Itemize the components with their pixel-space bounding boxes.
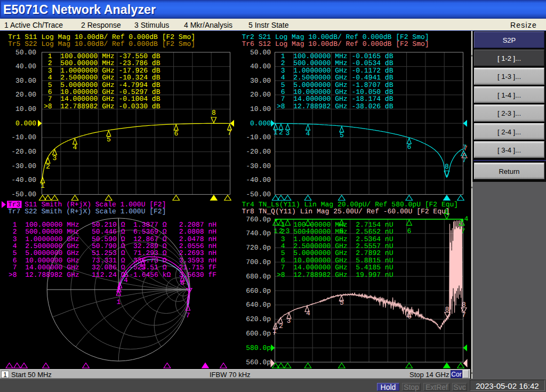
svg-text:-10.00: -10.00: [11, 133, 36, 141]
svg-text:-10.00: -10.00: [246, 133, 271, 141]
svg-text:>8 12.788982 GHz 112.24 Ω -: >8 12.788982 GHz 112.24 Ω -1.6456 kΩ 3.5…: [9, 271, 216, 279]
svg-text:20.00: 20.00: [250, 91, 271, 99]
svg-text:>8 12.788982 GHz 19.997 nU: >8 12.788982 GHz 19.997 nU: [277, 271, 393, 279]
svg-text:40.00: 40.00: [15, 62, 36, 70]
svg-text:7: 7: [462, 156, 467, 164]
svg-text:6: 6: [407, 143, 411, 151]
svg-text:3: 3: [286, 129, 290, 137]
svg-text:8: 8: [212, 109, 216, 117]
svg-text:560.0p: 560.0p: [246, 358, 271, 366]
svg-text:>8 12.788982 GHz -38.026 dB: >8 12.788982 GHz -38.026 dB: [277, 102, 394, 110]
svg-text:720.0p: 720.0p: [246, 244, 271, 252]
svg-text:20.00: 20.00: [15, 91, 36, 99]
svg-text:30.00: 30.00: [15, 77, 36, 85]
svg-text:Tr5 S22 Log Mag 10.00dB/ Ref 0: Tr5 S22 Log Mag 10.00dB/ Ref 0.000dB [F2…: [8, 40, 195, 48]
svg-text:-30.00: -30.00: [246, 162, 271, 170]
svg-text:1: 1: [274, 129, 278, 137]
svg-text:-40.00: -40.00: [246, 176, 271, 184]
svg-text:10.00: 10.00: [15, 105, 36, 113]
svg-text:1: 1: [272, 327, 277, 335]
svg-text:30.00: 30.00: [250, 77, 271, 85]
svg-text:1: 1: [116, 298, 121, 306]
svg-text:2: 2: [279, 322, 283, 330]
svg-text:4: 4: [306, 130, 310, 138]
svg-text:640.0p: 640.0p: [246, 301, 271, 309]
svg-text:6: 6: [407, 227, 411, 235]
svg-text:700.0p: 700.0p: [246, 258, 271, 266]
svg-text:740.0p: 740.0p: [246, 229, 271, 237]
svg-text:50.00: 50.00: [250, 49, 271, 57]
svg-text:0.000: 0.000: [15, 119, 36, 127]
svg-text:660.0p: 660.0p: [246, 287, 271, 295]
svg-text:-20.00: -20.00: [246, 148, 271, 156]
svg-text:5: 5: [340, 131, 344, 139]
svg-text:-50.00: -50.00: [11, 190, 36, 198]
svg-text:7: 7: [228, 129, 232, 137]
svg-text:600.0p: 600.0p: [246, 330, 271, 338]
svg-text:580.0p: 580.0p: [246, 344, 271, 352]
svg-text:-50.00: -50.00: [246, 190, 271, 198]
svg-text:Tr6 S12 Log Mag 10.00dB/ Ref 0: Tr6 S12 Log Mag 10.00dB/ Ref 0.000dB [F2…: [242, 40, 429, 48]
svg-text:8: 8: [445, 306, 449, 314]
svg-text:2: 2: [279, 129, 283, 137]
svg-text:0.000: 0.000: [250, 119, 271, 127]
svg-text:7: 7: [462, 311, 466, 319]
svg-text:4: 4: [306, 309, 310, 317]
svg-text:6: 6: [407, 313, 412, 321]
svg-text:7: 7: [463, 143, 467, 151]
svg-text:-40.00: -40.00: [11, 176, 36, 184]
svg-text:Tr7 S22 Smith (R+jX) Scale 1.0: Tr7 S22 Smith (R+jX) Scale 1.000U [F2]: [8, 207, 166, 215]
svg-text:760.0p: 760.0p: [246, 215, 271, 223]
svg-text:680.0p: 680.0p: [246, 273, 271, 281]
svg-text:3: 3: [53, 154, 57, 162]
svg-text:7: 7: [461, 227, 465, 235]
svg-text:5: 5: [340, 299, 344, 307]
svg-text:8: 8: [462, 301, 466, 309]
svg-text:5: 5: [107, 135, 111, 143]
svg-text:4: 4: [464, 215, 469, 223]
svg-text:Tr8 TN_Q(Y11) Lin Mag 25.00U/: Tr8 TN_Q(Y11) Lin Mag 25.00U/ Ref -60.00…: [242, 207, 450, 215]
svg-text:7: 7: [186, 311, 190, 319]
svg-text:3: 3: [286, 317, 291, 325]
svg-text:620.0p: 620.0p: [246, 315, 271, 323]
svg-text:6: 6: [180, 279, 184, 287]
svg-text:6: 6: [174, 130, 178, 138]
svg-text:>8 12.788982 GHz -0.0330 dB: >8 12.788982 GHz -0.0330 dB: [44, 102, 160, 110]
svg-text:4: 4: [73, 143, 77, 151]
svg-text:50.00: 50.00: [15, 49, 36, 57]
svg-text:1: 1: [41, 182, 45, 190]
svg-text:10.00: 10.00: [250, 105, 271, 113]
svg-text:8: 8: [445, 163, 449, 171]
svg-text:2: 2: [46, 163, 50, 171]
svg-text:-20.00: -20.00: [11, 148, 36, 156]
svg-text:-30.00: -30.00: [11, 162, 36, 170]
svg-text:40.00: 40.00: [250, 62, 271, 70]
